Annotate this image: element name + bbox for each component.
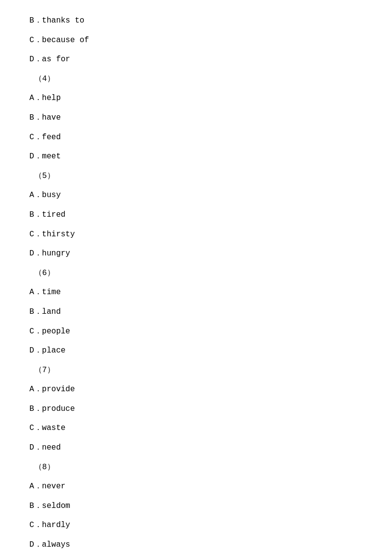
- line-6d-place: D．place: [29, 345, 363, 357]
- line-8b-seldom: B．seldom: [29, 500, 363, 513]
- line-7b-produce: B．produce: [29, 403, 363, 416]
- line-8d-always: D．always: [29, 539, 363, 552]
- line-d-as-for: D．as for: [29, 53, 363, 66]
- line-group4: （4）: [29, 73, 363, 86]
- line-group7: （7）: [29, 364, 363, 377]
- line-6c-people: C．people: [29, 326, 363, 338]
- line-4a-help: A．help: [29, 92, 363, 105]
- line-6b-land: B．land: [29, 306, 363, 319]
- main-content: B．thanks toC．because ofD．as for（4）A．help…: [0, 0, 392, 555]
- line-4d-meet: D．meet: [29, 151, 363, 163]
- line-group5: （5）: [29, 170, 363, 183]
- line-7a-provide: A．provide: [29, 383, 363, 396]
- line-5c-thirsty: C．thirsty: [29, 228, 363, 241]
- line-group8: （8）: [29, 461, 363, 474]
- line-4b-have: B．have: [29, 112, 363, 125]
- line-7d-need: D．need: [29, 442, 363, 454]
- line-5a-busy: A．busy: [29, 189, 363, 202]
- line-5d-hungry: D．hungry: [29, 248, 363, 260]
- line-c-because-of: C．because of: [29, 34, 363, 47]
- line-6a-time: A．time: [29, 286, 363, 299]
- line-5b-tired: B．tired: [29, 209, 363, 222]
- line-b-thanks-to: B．thanks to: [29, 15, 363, 27]
- line-8c-hardly: C．hardly: [29, 519, 363, 532]
- line-group6: （6）: [29, 267, 363, 280]
- line-8a-never: A．never: [29, 480, 363, 493]
- line-4c-feed: C．feed: [29, 131, 363, 144]
- line-7c-waste: C．waste: [29, 422, 363, 435]
